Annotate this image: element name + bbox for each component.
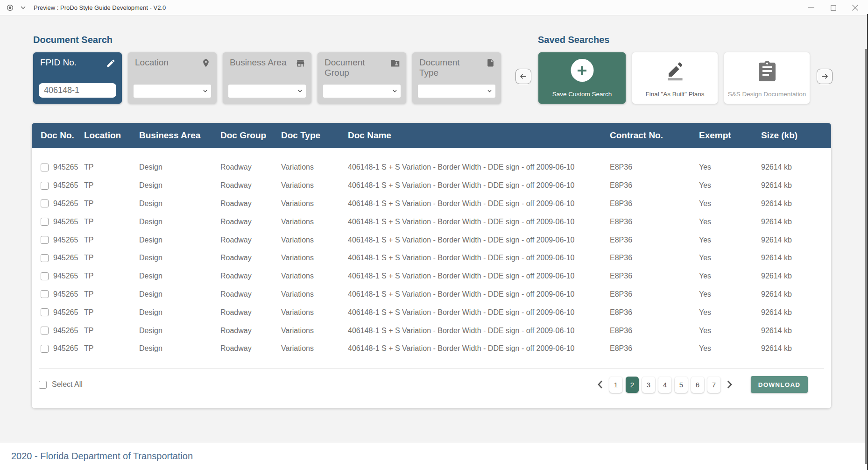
table-row: 945265 TP Design Roadway Variations 4061…: [32, 303, 831, 321]
previous-page-button[interactable]: [594, 380, 606, 389]
chevron-down-icon: [393, 90, 397, 93]
page-button-5[interactable]: 5: [675, 377, 688, 393]
row-location: TP: [84, 163, 139, 171]
row-doc-type: Variations: [281, 254, 348, 262]
saved-search-final-as-built-card[interactable]: Final "As Built" Plans: [632, 52, 718, 104]
chevron-down-icon: [298, 90, 302, 93]
row-contract-no: E8P36: [610, 181, 699, 190]
page-button-3[interactable]: 3: [642, 377, 655, 393]
maximize-button[interactable]: [822, 0, 844, 15]
chevron-down-icon: [487, 90, 492, 93]
row-exempt: Yes: [699, 254, 761, 262]
table-row: 945265 TP Design Roadway Variations 4061…: [32, 340, 831, 358]
close-button[interactable]: [844, 0, 866, 15]
row-size: 92614 kb: [761, 272, 831, 280]
select-all-checkbox[interactable]: [39, 381, 47, 389]
table-row: 945265 TP Design Roadway Variations 4061…: [32, 231, 831, 249]
page-button-2[interactable]: 2: [626, 377, 639, 393]
column-header-doc-name: Doc Name: [348, 130, 610, 141]
location-filter-card: Location: [128, 52, 217, 104]
row-doc-group: Roadway: [220, 181, 281, 190]
titlebar-chevron-down-icon[interactable]: [21, 6, 26, 9]
row-doc-group: Roadway: [220, 290, 281, 299]
minimize-button[interactable]: [800, 0, 822, 15]
window-controls: [800, 0, 866, 15]
row-doc-group: Roadway: [220, 308, 281, 317]
saved-search-ss-design-label: S&S Design Documentation: [724, 91, 810, 98]
chevron-down-icon: [203, 90, 207, 93]
row-checkbox[interactable]: [41, 345, 49, 353]
scroll-left-button[interactable]: [515, 69, 531, 84]
folder-user-icon: [390, 58, 400, 68]
row-contract-no: E8P36: [610, 199, 699, 208]
row-location: TP: [84, 254, 139, 262]
row-size: 92614 kb: [761, 163, 831, 171]
row-doc-type: Variations: [281, 163, 348, 171]
document-group-select[interactable]: [323, 85, 401, 98]
row-doc-type: Variations: [281, 344, 348, 353]
row-business-area: Design: [139, 163, 220, 171]
page-button-1[interactable]: 1: [609, 377, 622, 393]
save-custom-search-label: Save Custom Search: [538, 91, 626, 98]
row-doc-name: 406148-1 S + S Variation - Border Width …: [348, 218, 610, 226]
next-page-button[interactable]: [724, 380, 735, 389]
row-doc-type: Variations: [281, 308, 348, 317]
scroll-right-button[interactable]: [817, 69, 833, 84]
row-contract-no: E8P36: [610, 254, 699, 262]
row-exempt: Yes: [699, 290, 761, 299]
row-business-area: Design: [139, 290, 220, 299]
select-all-control: Select All: [39, 380, 83, 389]
row-location: TP: [84, 290, 139, 299]
row-checkbox[interactable]: [41, 290, 49, 298]
page-button-4[interactable]: 4: [658, 377, 671, 393]
vertical-scrollbar[interactable]: [865, 49, 867, 464]
location-select[interactable]: [134, 85, 211, 98]
page-footer: 2020 - Florida Department of Transportat…: [0, 442, 868, 470]
row-doc-name: 406148-1 S + S Variation - Border Width …: [348, 308, 610, 317]
window-title: Preview : ProDo Style Guide Development …: [34, 4, 166, 11]
business-area-select[interactable]: [228, 85, 306, 98]
row-checkbox[interactable]: [41, 236, 49, 244]
page-button-7[interactable]: 7: [707, 377, 720, 393]
row-exempt: Yes: [699, 199, 761, 208]
row-doc-no: 945265: [53, 290, 78, 299]
row-doc-name: 406148-1 S + S Variation - Border Width …: [348, 344, 610, 353]
row-contract-no: E8P36: [610, 308, 699, 317]
row-checkbox[interactable]: [41, 327, 49, 335]
business-area-filter-card: Business Area: [223, 52, 311, 104]
table-row: 945265 TP Design Roadway Variations 4061…: [32, 321, 831, 340]
row-business-area: Design: [139, 272, 220, 280]
row-doc-no: 945265: [53, 308, 78, 317]
document-type-label: Document Type: [419, 57, 479, 78]
download-button[interactable]: DOWNLOAD: [751, 376, 808, 393]
file-icon: [486, 58, 495, 67]
saved-search-final-as-built-label: Final "As Built" Plans: [632, 91, 718, 98]
row-checkbox[interactable]: [41, 272, 49, 280]
row-business-area: Design: [139, 181, 220, 190]
plus-circle-icon: [571, 59, 593, 82]
row-location: TP: [84, 181, 139, 190]
saved-search-ss-design-card[interactable]: S&S Design Documentation: [724, 52, 810, 104]
save-custom-search-card[interactable]: Save Custom Search: [538, 52, 626, 104]
table-row: 945265 TP Design Roadway Variations 4061…: [32, 158, 831, 177]
document-type-select[interactable]: [418, 85, 495, 98]
row-size: 92614 kb: [761, 308, 831, 317]
row-checkbox[interactable]: [41, 199, 49, 207]
row-doc-no: 945265: [53, 218, 78, 226]
document-group-filter-card: Document Group: [318, 52, 406, 104]
row-exempt: Yes: [699, 308, 761, 317]
column-header-business-area: Business Area: [139, 130, 220, 141]
row-checkbox[interactable]: [41, 164, 49, 171]
row-checkbox[interactable]: [41, 254, 49, 262]
row-doc-type: Variations: [281, 181, 348, 190]
fpid-input[interactable]: [39, 83, 116, 98]
row-checkbox[interactable]: [41, 218, 49, 226]
row-checkbox[interactable]: [41, 182, 49, 190]
row-location: TP: [84, 308, 139, 317]
row-doc-no: 945265: [53, 181, 78, 190]
row-checkbox[interactable]: [41, 308, 49, 316]
column-header-location: Location: [84, 130, 139, 141]
page-button-6[interactable]: 6: [691, 377, 704, 393]
row-doc-no: 945265: [53, 236, 78, 244]
row-size: 92614 kb: [761, 327, 831, 335]
